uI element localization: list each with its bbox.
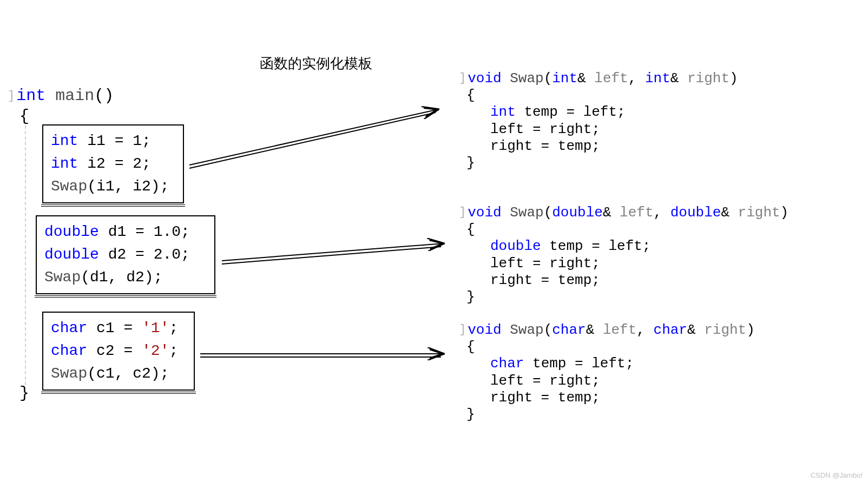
main-open-brace: {	[19, 107, 29, 126]
swap-double: ]void Swap(double& left, double& right) …	[459, 204, 788, 306]
svg-line-0	[189, 109, 438, 165]
diagram-title: 函数的实例化模板	[260, 54, 372, 73]
watermark: CSDN @Jambo!	[811, 471, 863, 479]
indent-guide	[25, 126, 26, 385]
swap-int: ]void Swap(int& left, int& right) { int …	[459, 70, 738, 171]
main-signature: ]int main()	[8, 87, 114, 105]
arrow-char	[195, 346, 455, 368]
code-box-double: double d1 = 1.0; double d2 = 2.0; Swap(d…	[36, 215, 215, 294]
svg-line-2	[222, 243, 444, 261]
svg-line-1	[189, 113, 436, 168]
code-box-int: int i1 = 1; int i2 = 2; Swap(i1, i2);	[42, 124, 184, 203]
arrow-int	[184, 97, 449, 173]
svg-line-3	[222, 247, 441, 264]
arrow-double	[216, 238, 455, 270]
main-close-brace: }	[19, 384, 29, 402]
code-box-char: char c1 = '1'; char c2 = '2'; Swap(c1, c…	[42, 312, 195, 391]
swap-char: ]void Swap(char& left, char& right) { ch…	[459, 322, 755, 423]
